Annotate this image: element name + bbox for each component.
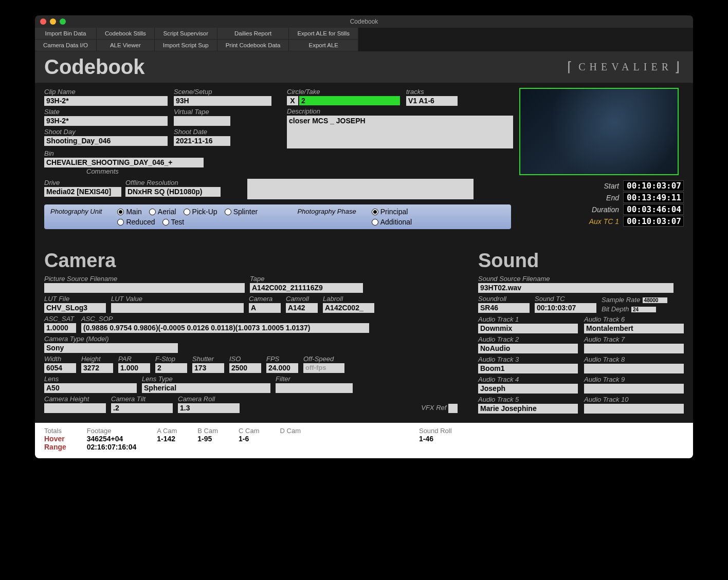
lutval-field[interactable] (111, 303, 244, 313)
ssf-label: Sound Source Filename (478, 275, 684, 283)
footage-label: Footage (87, 427, 137, 435)
offline-res-label: Offline Resolution (125, 179, 221, 186)
minimize-icon[interactable] (50, 18, 56, 25)
virtual-tape-field[interactable] (174, 116, 230, 126)
description-label: Description (287, 107, 400, 115)
offspeed-field[interactable]: off-fps (303, 363, 344, 373)
asop-field[interactable]: (0.9886 0.9754 0.9806)(-0.0005 0.0126 0.… (81, 323, 369, 333)
camroll-field[interactable]: A142 (286, 303, 318, 313)
camera-data-io-button[interactable]: Camera Data I/O (35, 40, 97, 51)
print-codebook-button[interactable]: Print Codebook Data (217, 40, 289, 51)
zoom-icon[interactable] (60, 18, 66, 25)
virtual-tape-label: Virtual Tape (174, 108, 239, 116)
asat-label: ASC_SAT (44, 315, 76, 323)
dcam-label: D Cam (280, 427, 301, 435)
circle-take-field[interactable]: 2 (299, 96, 400, 105)
track5-field[interactable]: Marie Josephine (478, 404, 578, 414)
track4-field[interactable]: Joseph (478, 384, 578, 394)
height-label: Height (81, 355, 113, 363)
codebook-stills-button[interactable]: Codebook Stills (97, 28, 155, 40)
track3-field[interactable]: Boom1 (478, 364, 578, 373)
track7-field[interactable] (584, 344, 684, 353)
offline-res-field[interactable]: DNxHR SQ (HD1080p) (125, 187, 221, 197)
radio-additional[interactable]: Additional (372, 218, 412, 226)
psf-label: Picture Source Filename (44, 275, 245, 283)
soundroll-field[interactable]: SR46 (478, 303, 530, 313)
track2-label: Audio Track 2 (478, 335, 578, 343)
radio-main[interactable]: Main (117, 208, 141, 216)
track6-field[interactable]: Montalembert (584, 324, 684, 333)
fps-field[interactable]: 24.000 (266, 363, 298, 373)
tc-dur-value: 00:03:46:04 (623, 204, 684, 215)
shoot-day-field[interactable]: Shooting_Day_046 (44, 136, 168, 146)
radio-principal[interactable]: Principal (372, 208, 412, 216)
bdepth-label: Bit Depth (602, 305, 629, 313)
asat-field[interactable]: 1.0000 (44, 323, 76, 333)
export-ale-stills-button[interactable]: Export ALE for Stills (289, 28, 358, 40)
srate-field[interactable]: 48000 (643, 297, 667, 303)
clip-name-field[interactable]: 93H-2* (44, 96, 168, 106)
export-ale-button[interactable]: Export ALE (289, 40, 358, 51)
shutter-field[interactable]: 173 (192, 363, 224, 373)
dailies-report-button[interactable]: Dailies Report (217, 28, 289, 40)
labroll-label: Labroll (323, 295, 374, 303)
tape-field[interactable]: A142C002_211116Z9 (250, 283, 363, 293)
radio-aerial[interactable]: Aerial (149, 208, 176, 216)
bin-field[interactable]: CHEVALIER_SHOOTING_DAY_046_+ (44, 158, 204, 167)
circle-x-field[interactable]: X (287, 96, 298, 105)
bin-label: Bin (44, 149, 511, 157)
iso-field[interactable]: 2500 (229, 363, 261, 373)
soundroll-footer-value: 1-46 (419, 435, 452, 443)
bdepth-field[interactable]: 24 (631, 307, 656, 312)
hover-label: Hover (44, 435, 66, 443)
radio-reduced[interactable]: Reduced (117, 218, 155, 226)
lut-field[interactable]: CHV_SLog3 (44, 303, 106, 313)
srate-label: Sample Rate (602, 296, 640, 304)
toolbar: Import Bin Data Camera Data I/O Codebook… (35, 28, 693, 51)
fstop-field[interactable]: 2 (155, 363, 187, 373)
import-script-sup-button[interactable]: Import Script Sup (155, 40, 217, 51)
filter-field[interactable] (276, 383, 353, 393)
par-field[interactable]: 1.000 (118, 363, 150, 373)
bcam-value: 1-95 (197, 435, 218, 443)
vfx-checkbox[interactable] (448, 404, 458, 413)
script-supervisor-button[interactable]: Script Supervisor (155, 28, 217, 40)
radio-splinter[interactable]: Splinter (225, 208, 258, 216)
cam-height-field[interactable] (44, 403, 106, 413)
cam-height-label: Camera Height (44, 395, 106, 403)
soundtc-field[interactable]: 00:10:03:07 (535, 303, 596, 313)
labroll-field[interactable]: A142C002_ (323, 303, 374, 313)
import-bin-button[interactable]: Import Bin Data (35, 28, 97, 40)
radio-test[interactable]: Test (162, 218, 185, 226)
ale-viewer-button[interactable]: ALE Viewer (97, 40, 155, 51)
height-field[interactable]: 3272 (81, 363, 113, 373)
shoot-date-field[interactable]: 2021-11-16 (174, 136, 230, 146)
cam-tilt-field[interactable]: .2 (111, 403, 173, 413)
tracks-field[interactable]: V1 A1-6 (406, 96, 458, 106)
ssf-field[interactable]: 93HT02.wav (478, 283, 674, 293)
track2-field[interactable]: NoAudio (478, 344, 578, 353)
close-icon[interactable] (40, 18, 46, 25)
comments-field[interactable] (247, 179, 474, 199)
drive-field[interactable]: Media02 [NEXIS40] (44, 187, 121, 197)
radio-pickup[interactable]: Pick-Up (184, 208, 217, 216)
ccam-value: 1-6 (239, 435, 259, 443)
cam-roll-label: Camera Roll (178, 395, 240, 403)
phot-unit-label: Photography Unit (50, 208, 102, 226)
lens-field[interactable]: A50 (44, 383, 137, 393)
cam-roll-field[interactable]: 1.3 (178, 403, 240, 413)
camtype-field[interactable]: Sony (44, 343, 178, 353)
width-field[interactable]: 6054 (44, 363, 76, 373)
camera-letter-field[interactable]: A (249, 303, 281, 313)
track9-field[interactable] (584, 384, 684, 394)
sound-title: Sound (478, 250, 684, 272)
track1-field[interactable]: Downmix (478, 324, 578, 333)
shoot-day-label: Shoot Day (44, 128, 168, 136)
psf-field[interactable] (44, 283, 245, 293)
track8-field[interactable] (584, 364, 684, 373)
lenstype-field[interactable]: Spherical (142, 383, 270, 393)
soundroll-footer-label: Sound Roll (419, 427, 452, 435)
preview-thumbnail[interactable] (519, 88, 679, 175)
slate-field[interactable]: 93H-2* (44, 116, 168, 126)
track10-field[interactable] (584, 404, 684, 414)
